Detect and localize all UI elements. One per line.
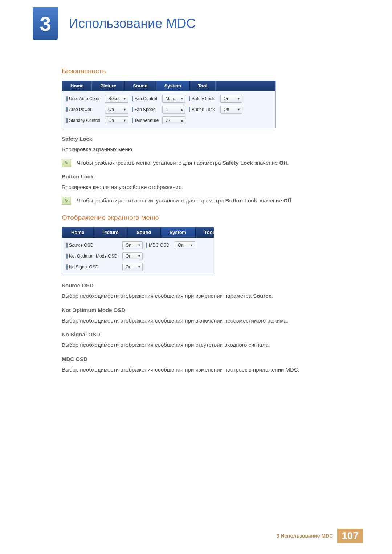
section-heading-osd: Отображение экранного меню bbox=[62, 214, 359, 222]
tab-home[interactable]: Home bbox=[62, 227, 93, 238]
chevron-right-icon: ▶ bbox=[181, 119, 184, 123]
field-label: No Signal OSD bbox=[66, 264, 120, 270]
temperature-stepper[interactable]: 77▶ bbox=[162, 116, 185, 124]
select-value: Man... bbox=[166, 96, 177, 101]
chevron-down-icon: ▼ bbox=[138, 265, 141, 269]
chapter-title: Использование MDC bbox=[69, 16, 196, 31]
field-label: Fan Speed bbox=[132, 107, 160, 112]
chevron-down-icon: ▼ bbox=[180, 97, 184, 100]
fan-speed-stepper[interactable]: 1▶ bbox=[162, 106, 185, 114]
tab-sound[interactable]: Sound bbox=[127, 227, 160, 238]
no-signal-osd-select[interactable]: On▼ bbox=[122, 263, 143, 271]
user-auto-color-select[interactable]: Reset▼ bbox=[105, 95, 128, 103]
safety-lock-select[interactable]: On▼ bbox=[220, 95, 242, 103]
select-value: Reset bbox=[108, 96, 119, 101]
field-label: Fan Control bbox=[132, 96, 160, 101]
select-value: 77 bbox=[166, 118, 170, 123]
subheading-not-optimum: Not Optimum Mode OSD bbox=[62, 307, 359, 313]
field-label: Source OSD bbox=[66, 243, 120, 248]
select-value: Off bbox=[224, 107, 229, 112]
subheading-no-signal: No Signal OSD bbox=[62, 331, 359, 337]
auto-power-select[interactable]: On▼ bbox=[105, 106, 128, 114]
chevron-down-icon: ▼ bbox=[190, 243, 193, 247]
chevron-down-icon: ▼ bbox=[237, 108, 240, 111]
field-label: Not Optimum Mode OSD bbox=[66, 254, 120, 259]
body-text: Блокировка экранных меню. bbox=[62, 145, 359, 154]
select-value: On bbox=[126, 254, 131, 259]
not-optimum-osd-select[interactable]: On▼ bbox=[122, 252, 143, 260]
chevron-down-icon: ▼ bbox=[123, 119, 126, 122]
tab-picture[interactable]: Picture bbox=[92, 81, 124, 91]
tab-system[interactable]: System bbox=[156, 81, 189, 91]
body-text: Выбор необходимости отображения сообщени… bbox=[62, 366, 359, 374]
select-value: On bbox=[224, 96, 229, 101]
page-number: 107 bbox=[337, 529, 363, 543]
section-heading-security: Безопасность bbox=[62, 67, 359, 75]
body-text: Выбор необходимости отображения сообщени… bbox=[62, 317, 359, 325]
chapter-header: 3 Использование MDC bbox=[0, 0, 392, 58]
select-value: On bbox=[178, 243, 184, 248]
subheading-safety-lock: Safety Lock bbox=[62, 136, 359, 142]
chevron-down-icon: ▼ bbox=[138, 254, 141, 258]
tab-system[interactable]: System bbox=[160, 227, 195, 238]
subheading-mdc-osd: MDC OSD bbox=[62, 356, 359, 362]
body-text: Выбор необходимости отображения сообщени… bbox=[62, 341, 359, 349]
tab-picture[interactable]: Picture bbox=[93, 227, 127, 238]
chevron-down-icon: ▼ bbox=[138, 243, 141, 247]
standby-control-select[interactable]: On▼ bbox=[105, 116, 128, 124]
field-label: User Auto Color bbox=[66, 96, 103, 101]
note-icon: ✎ bbox=[62, 197, 71, 205]
field-label: Button Lock bbox=[189, 107, 218, 112]
select-value: 1 bbox=[166, 107, 168, 112]
fan-control-select[interactable]: Man...▼ bbox=[162, 95, 185, 103]
body-text: Блокировка кнопок на устройстве отображе… bbox=[62, 183, 359, 192]
chevron-down-icon: ▼ bbox=[237, 97, 240, 100]
source-osd-select[interactable]: On▼ bbox=[122, 241, 143, 249]
tabs-row: Home Picture Sound System Tool bbox=[62, 227, 214, 238]
chevron-right-icon: ▶ bbox=[181, 108, 184, 112]
select-value: On bbox=[108, 107, 114, 112]
tab-home[interactable]: Home bbox=[62, 81, 92, 91]
select-value: On bbox=[108, 118, 114, 123]
subheading-button-lock: Button Lock bbox=[62, 173, 359, 180]
field-label: Temperature bbox=[132, 118, 160, 123]
body-text: Выбор необходимости отображения сообщени… bbox=[62, 292, 359, 300]
mdc-osd-select[interactable]: On▼ bbox=[175, 241, 195, 249]
note-text: Чтобы разблокировать кнопки, установите … bbox=[77, 197, 293, 205]
settings-panel-security: Home Picture Sound System Tool User Auto… bbox=[62, 81, 276, 128]
tab-tool[interactable]: Tool bbox=[195, 227, 214, 238]
page-footer: 3 Использование MDC 107 bbox=[277, 529, 363, 543]
tab-sound[interactable]: Sound bbox=[124, 81, 156, 91]
tabs-row: Home Picture Sound System Tool bbox=[62, 81, 275, 91]
tab-tool[interactable]: Tool bbox=[189, 81, 216, 91]
settings-panel-osd: Home Picture Sound System Tool Source OS… bbox=[62, 227, 214, 275]
field-label: Safety Lock bbox=[189, 96, 218, 101]
chevron-down-icon: ▼ bbox=[123, 108, 126, 111]
footer-text: 3 Использование MDC bbox=[277, 533, 333, 539]
note-text: Чтобы разблокировать меню, установите дл… bbox=[77, 159, 289, 167]
note-icon: ✎ bbox=[62, 159, 71, 167]
field-label: Auto Power bbox=[66, 107, 103, 112]
chapter-number-badge: 3 bbox=[33, 7, 58, 40]
button-lock-select[interactable]: Off▼ bbox=[220, 106, 242, 114]
select-value: On bbox=[126, 243, 131, 248]
field-label: Standby Control bbox=[66, 118, 103, 123]
field-label: MDC OSD bbox=[146, 243, 172, 248]
chevron-down-icon: ▼ bbox=[123, 97, 126, 100]
select-value: On bbox=[126, 264, 131, 270]
subheading-source-osd: Source OSD bbox=[62, 282, 359, 288]
